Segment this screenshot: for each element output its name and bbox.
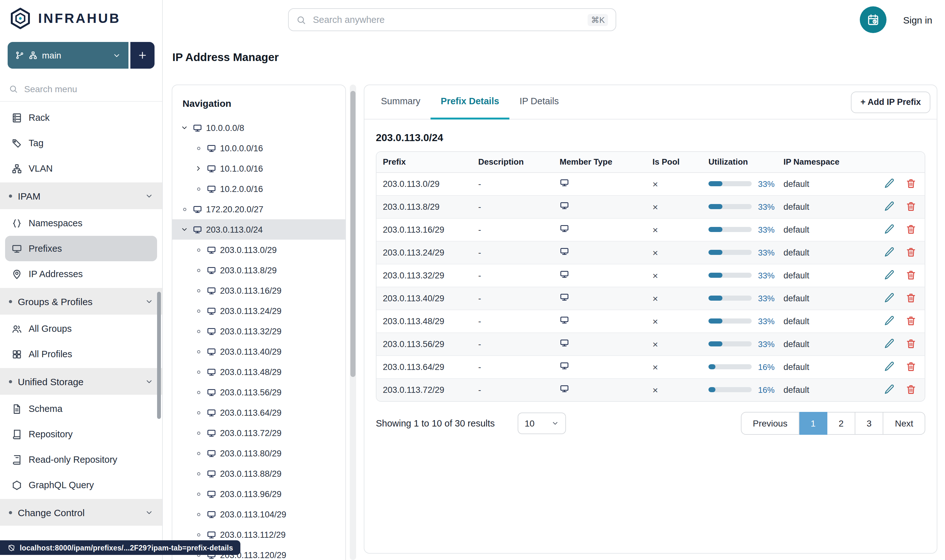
schedule-button[interactable] bbox=[860, 6, 886, 33]
scrollbar-thumb[interactable] bbox=[350, 91, 356, 377]
page-button-3[interactable]: 3 bbox=[856, 412, 883, 435]
infrahub-logo[interactable]: INFRAHUB bbox=[0, 0, 162, 37]
tree-item-203-0-113-72-29[interactable]: 203.0.113.72/29 bbox=[172, 423, 345, 443]
delete-button[interactable] bbox=[906, 361, 917, 372]
delete-button[interactable] bbox=[906, 384, 917, 396]
sidebar-group-ipam[interactable]: IPAM bbox=[0, 182, 162, 209]
edit-button[interactable] bbox=[884, 361, 896, 372]
sidebar-item-namespaces[interactable]: Namespaces bbox=[5, 211, 157, 236]
prefix-table: PrefixDescriptionMember TypeIs PoolUtili… bbox=[376, 151, 925, 402]
page-size-select[interactable]: 10 bbox=[518, 412, 566, 434]
chevron-down-icon[interactable] bbox=[180, 226, 189, 233]
sidebar-item-all-groups[interactable]: All Groups bbox=[5, 316, 157, 342]
delete-button[interactable] bbox=[906, 247, 917, 258]
sidebar-item-tag[interactable]: Tag bbox=[5, 130, 157, 156]
sidebar-item-graphql-query[interactable]: GraphQL Query bbox=[5, 472, 157, 498]
delete-button[interactable] bbox=[906, 269, 917, 281]
prefix-cell[interactable]: 203.0.113.48/29 bbox=[376, 309, 472, 332]
tree-item-203-0-113-0-24[interactable]: 203.0.113.0/24 bbox=[172, 219, 345, 240]
tree-item-203-0-113-104-29[interactable]: 203.0.113.104/29 bbox=[172, 504, 345, 525]
tree-item-203-0-113-56-29[interactable]: 203.0.113.56/29 bbox=[172, 382, 345, 402]
edit-button[interactable] bbox=[884, 292, 896, 304]
prefix-icon bbox=[207, 509, 216, 519]
tree-item-203-0-113-32-29[interactable]: 203.0.113.32/29 bbox=[172, 321, 345, 342]
prefix-cell[interactable]: 203.0.113.64/29 bbox=[376, 355, 472, 378]
sidebar-scrollbar[interactable] bbox=[157, 292, 161, 419]
sidebar-item-read-only-repository[interactable]: Read-only Repository bbox=[5, 447, 157, 472]
sidebar-item-vlan[interactable]: VLAN bbox=[5, 156, 157, 181]
edit-button[interactable] bbox=[884, 247, 896, 258]
tree-item-10-1-0-0-16[interactable]: 10.1.0.0/16 bbox=[172, 158, 345, 178]
tree-item-10-2-0-0-16[interactable]: 10.2.0.0/16 bbox=[172, 178, 345, 199]
sidebar-search-input[interactable] bbox=[23, 83, 153, 94]
edit-button[interactable] bbox=[884, 178, 896, 189]
app-root: INFRAHUB main RackTagVLANIPAMNamespacesP… bbox=[0, 0, 945, 560]
chevron-down-icon[interactable] bbox=[180, 124, 189, 132]
edit-button[interactable] bbox=[884, 384, 896, 396]
sidebar-item-all-profiles[interactable]: All Profiles bbox=[5, 342, 157, 367]
tab-prefix-details[interactable]: Prefix Details bbox=[430, 85, 509, 119]
prefix-cell[interactable]: 203.0.113.32/29 bbox=[376, 264, 472, 287]
prefix-cell[interactable]: 203.0.113.0/29 bbox=[376, 172, 472, 195]
sidebar-item-prefixes[interactable]: Prefixes bbox=[5, 236, 157, 261]
prefix-cell[interactable]: 203.0.113.8/29 bbox=[376, 195, 472, 218]
tree-item-203-0-113-24-29[interactable]: 203.0.113.24/29 bbox=[172, 301, 345, 321]
global-search-input[interactable] bbox=[311, 14, 582, 25]
tree-item-203-0-113-64-29[interactable]: 203.0.113.64/29 bbox=[172, 402, 345, 423]
is-pool-cell: × bbox=[646, 378, 702, 401]
tree-item-203-0-113-40-29[interactable]: 203.0.113.40/29 bbox=[172, 342, 345, 362]
tree-item-203-0-113-48-29[interactable]: 203.0.113.48/29 bbox=[172, 362, 345, 382]
prefix-cell[interactable]: 203.0.113.40/29 bbox=[376, 287, 472, 309]
tab-ip-details[interactable]: IP Details bbox=[509, 85, 569, 119]
delete-button[interactable] bbox=[906, 178, 917, 189]
next-button[interactable]: Next bbox=[883, 412, 925, 435]
prefix-cell[interactable]: 203.0.113.24/29 bbox=[376, 241, 472, 264]
prefix-cell[interactable]: 203.0.113.56/29 bbox=[376, 332, 472, 355]
previous-button[interactable]: Previous bbox=[740, 412, 799, 435]
prefix-cell[interactable]: 203.0.113.16/29 bbox=[376, 218, 472, 241]
navigation-scrollbar[interactable] bbox=[350, 85, 356, 560]
tree-item-203-0-113-88-29[interactable]: 203.0.113.88/29 bbox=[172, 463, 345, 484]
tree-item-10-0-0-0-8[interactable]: 10.0.0.0/8 bbox=[172, 118, 345, 138]
tree-item-203-0-113-80-29[interactable]: 203.0.113.80/29 bbox=[172, 443, 345, 463]
edit-button[interactable] bbox=[884, 201, 896, 212]
sidebar-group-unified-storage[interactable]: Unified Storage bbox=[0, 368, 162, 395]
page-button-1[interactable]: 1 bbox=[799, 412, 827, 435]
tree-item-203-0-113-96-29[interactable]: 203.0.113.96/29 bbox=[172, 484, 345, 504]
sidebar: INFRAHUB main RackTagVLANIPAMNamespacesP… bbox=[0, 0, 163, 560]
sidebar-item-schema[interactable]: Schema bbox=[5, 396, 157, 422]
sidebar-item-rack[interactable]: Rack bbox=[5, 105, 157, 130]
tab-summary[interactable]: Summary bbox=[371, 85, 430, 119]
tree-item-203-0-113-16-29[interactable]: 203.0.113.16/29 bbox=[172, 280, 345, 301]
add-ip-prefix-button[interactable]: + Add IP Prefix bbox=[851, 91, 930, 113]
delete-button[interactable] bbox=[906, 224, 917, 235]
chevron-down-icon bbox=[113, 51, 121, 59]
delete-button[interactable] bbox=[906, 292, 917, 304]
sidebar-group-change-control[interactable]: Change Control bbox=[0, 499, 162, 526]
branch-selector[interactable]: main bbox=[8, 42, 128, 69]
table-row: 203.0.113.16/29-×33%default bbox=[376, 218, 925, 241]
page-button-2[interactable]: 2 bbox=[827, 412, 856, 435]
tree-item-203-0-113-0-29[interactable]: 203.0.113.0/29 bbox=[172, 240, 345, 260]
utilization-cell: 33% bbox=[702, 195, 777, 218]
add-branch-button[interactable] bbox=[130, 42, 154, 69]
delete-button[interactable] bbox=[906, 201, 917, 212]
table-header-row: PrefixDescriptionMember TypeIs PoolUtili… bbox=[376, 152, 925, 172]
tree-item-10-0-0-0-16[interactable]: 10.0.0.0/16 bbox=[172, 138, 345, 158]
edit-button[interactable] bbox=[884, 269, 896, 281]
delete-button[interactable] bbox=[906, 338, 917, 349]
actions-cell bbox=[852, 287, 925, 309]
sidebar-group-groups-profiles[interactable]: Groups & Profiles bbox=[0, 288, 162, 315]
sidebar-item-ip-addresses[interactable]: IP Addresses bbox=[5, 261, 157, 287]
edit-button[interactable] bbox=[884, 315, 896, 327]
tree-item-172-20-20-0-27[interactable]: 172.20.20.0/27 bbox=[172, 199, 345, 219]
tree-item-203-0-113-8-29[interactable]: 203.0.113.8/29 bbox=[172, 260, 345, 280]
chevron-right-icon[interactable] bbox=[194, 165, 203, 172]
is-pool-cell: × bbox=[646, 264, 702, 287]
delete-button[interactable] bbox=[906, 315, 917, 327]
edit-button[interactable] bbox=[884, 224, 896, 235]
edit-button[interactable] bbox=[884, 338, 896, 349]
prefix-cell[interactable]: 203.0.113.72/29 bbox=[376, 378, 472, 401]
sidebar-item-repository[interactable]: Repository bbox=[5, 422, 157, 447]
sign-in-link[interactable]: Sign in bbox=[903, 14, 932, 25]
